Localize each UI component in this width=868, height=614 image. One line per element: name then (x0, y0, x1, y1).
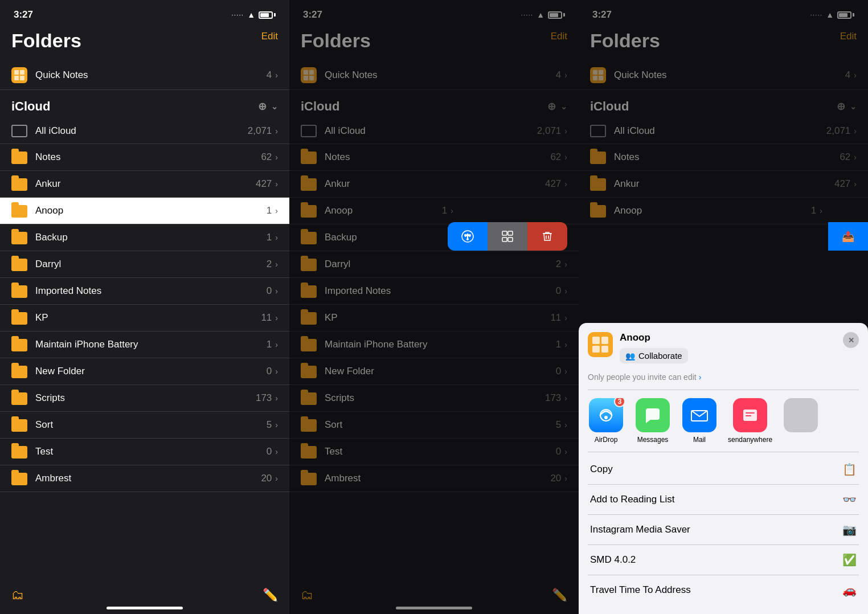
folder-icon-ankur-1 (11, 177, 27, 191)
folder-name-notes-1: Notes (35, 152, 261, 163)
folder-item-scripts-1[interactable]: Scripts 173 › (0, 385, 289, 412)
folder-count-notes-1: 62 (261, 152, 272, 163)
smd-icon: ✅ (842, 553, 857, 567)
quick-notes-item-1[interactable]: Quick Notes 4 › (0, 61, 289, 90)
sendanywhere-icon (733, 398, 767, 432)
icloud-add-icon-1[interactable]: ⊕ (258, 100, 267, 113)
airdrop-badge: 3 (614, 398, 625, 407)
swipe-share-btn[interactable] (448, 222, 488, 251)
svg-point-1 (464, 234, 466, 236)
allicloud-icon-1 (11, 125, 27, 137)
folder-item-notes-2[interactable]: Notes 62 › (289, 144, 579, 171)
icloud-label-1: iCloud (11, 99, 50, 114)
travel-label: Travel Time To Address (590, 584, 691, 596)
folder-item-allicloud-1[interactable]: All iCloud 2,071 › (0, 118, 289, 144)
folder-icon-notes-1 (11, 150, 27, 164)
close-sheet-button[interactable]: ✕ (843, 332, 859, 348)
svg-rect-18 (746, 415, 751, 416)
folder-item-ambrest-2[interactable]: Ambrest 20 › (289, 465, 579, 492)
folder-item-ankur-2[interactable]: Ankur 427 › (289, 171, 579, 198)
smd-label: SMD 4.0.2 (590, 554, 636, 566)
folder-item-darryl-1[interactable]: Darryl 2 › (0, 251, 289, 278)
share-sheet-header: Anoop 👥 Collaborate ✕ (588, 332, 859, 363)
folder-item-sort-2[interactable]: Sort 5 › (289, 412, 579, 439)
status-bar-2: 3:27 ····· ▲ (289, 0, 579, 25)
share-sheet-folder-icon (588, 332, 613, 357)
status-icons-1: ····· ▲ (231, 10, 276, 19)
folder-item-sort-1[interactable]: Sort 5 › (0, 412, 289, 439)
copy-label: Copy (590, 464, 613, 475)
folder-list-2: Quick Notes 4 › iCloud ⊕ ⌄ All iCloud 2,… (289, 61, 579, 492)
quick-notes-item-2[interactable]: Quick Notes 4 › (289, 61, 579, 90)
folder-count-allicloud-1: 2,071 (248, 125, 272, 137)
quicknotes-chevron-1: › (275, 71, 278, 80)
panel-1: 3:27 ····· ▲ Edit Folders Quick Notes 4 … (0, 0, 289, 614)
reading-icon: 👓 (842, 493, 857, 506)
edit-button-3[interactable]: Edit (840, 31, 857, 42)
svg-rect-9 (502, 238, 507, 241)
signal-icon-1: ····· (231, 11, 244, 19)
folder-item-maintain-2[interactable]: Maintain iPhone Battery 1 › (289, 331, 579, 358)
folder-item-ambrest-1[interactable]: Ambrest 20 › (0, 465, 289, 492)
quicknotes-count-1: 4 (267, 69, 272, 81)
share-list-instagram[interactable]: Instagram Media Saver 📷 (588, 515, 859, 545)
quicknotes-icon-2 (301, 67, 317, 83)
folder-item-anoop-2[interactable]: Anoop 1 › (289, 198, 579, 224)
folder-item-newfolder-2[interactable]: New Folder 0 › (289, 358, 579, 385)
page-title-2: Folders (289, 25, 579, 61)
swipe-actions (448, 222, 567, 251)
quick-notes-item-3[interactable]: Quick Notes 4 › (579, 61, 868, 90)
status-time-2: 3:27 (303, 9, 322, 21)
edit-button-1[interactable]: Edit (261, 31, 278, 42)
collaborate-label: Collaborate (638, 351, 682, 361)
share-sheet-info: Anoop 👥 Collaborate (620, 332, 843, 363)
new-note-btn-1[interactable]: ✏️ (263, 588, 278, 603)
folder-item-newfolder-1[interactable]: New Folder 0 › (0, 358, 289, 385)
copy-icon: 📋 (842, 462, 857, 476)
share-app-airdrop[interactable]: 3 AirDrop (588, 398, 624, 444)
icloud-header-1: iCloud ⊕ ⌄ (0, 90, 289, 118)
new-folder-btn-1[interactable]: 🗂 (11, 588, 24, 603)
invite-text: Only people you invite can edit › (588, 370, 859, 390)
share-list-smd[interactable]: SMD 4.0.2 ✅ (588, 545, 859, 575)
swipe-move-btn[interactable] (488, 222, 527, 251)
airdrop-label: AirDrop (595, 436, 618, 444)
folder-item-kp-1[interactable]: KP 11 › (0, 305, 289, 331)
folder-item-imported-2[interactable]: Imported Notes 0 › (289, 278, 579, 305)
folder-item-test-2[interactable]: Test 0 › (289, 439, 579, 465)
folder-item-maintain-1[interactable]: Maintain iPhone Battery 1 › (0, 331, 289, 358)
share-app-more[interactable] (783, 398, 819, 444)
folder-item-test-1[interactable]: Test 0 › (0, 439, 289, 465)
quicknotes-icon-1 (11, 67, 27, 83)
svg-point-2 (469, 234, 471, 236)
folder-item-backup-1[interactable]: Backup 1 › (0, 224, 289, 251)
folder-item-scripts-2[interactable]: Scripts 173 › (289, 385, 579, 412)
folder-item-imported-1[interactable]: Imported Notes 0 › (0, 278, 289, 305)
share-list-reading[interactable]: Add to Reading List 👓 (588, 485, 859, 515)
folder-item-allicloud-2[interactable]: All iCloud 2,071 › (289, 118, 579, 144)
messages-icon (636, 398, 670, 432)
battery-1 (259, 11, 276, 19)
folder-item-darryl-2[interactable]: Darryl 2 › (289, 251, 579, 278)
share-list-travel[interactable]: Travel Time To Address 🚗 (588, 575, 859, 605)
page-title-1: Folders (0, 25, 289, 61)
collaborate-button[interactable]: 👥 Collaborate (620, 348, 688, 363)
share-app-messages[interactable]: Messages (634, 398, 671, 444)
edit-button-2[interactable]: Edit (551, 31, 567, 42)
home-indicator-1 (107, 607, 183, 609)
folder-item-anoop-1[interactable]: Anoop 1 › (0, 198, 289, 224)
svg-point-14 (604, 416, 608, 419)
travel-icon: 🚗 (842, 583, 857, 597)
instagram-label: Instagram Media Saver (590, 524, 690, 535)
swipe-partial-3: 📤 (828, 222, 868, 224)
panel-3: 3:27 ····· ▲ Edit Folders Quick Notes 4 … (579, 0, 868, 614)
folder-item-notes-1[interactable]: Notes 62 › (0, 144, 289, 171)
swipe-delete-btn[interactable] (527, 222, 567, 251)
icloud-chevron-1[interactable]: ⌄ (271, 102, 278, 111)
folder-item-kp-2[interactable]: KP 11 › (289, 305, 579, 331)
share-app-mail[interactable]: Mail (681, 398, 718, 444)
share-list-copy[interactable]: Copy 📋 (588, 455, 859, 485)
share-app-sendanywhere[interactable]: sendanywhere (728, 398, 772, 444)
svg-rect-8 (508, 231, 513, 235)
folder-item-ankur-1[interactable]: Ankur 427 › (0, 171, 289, 198)
